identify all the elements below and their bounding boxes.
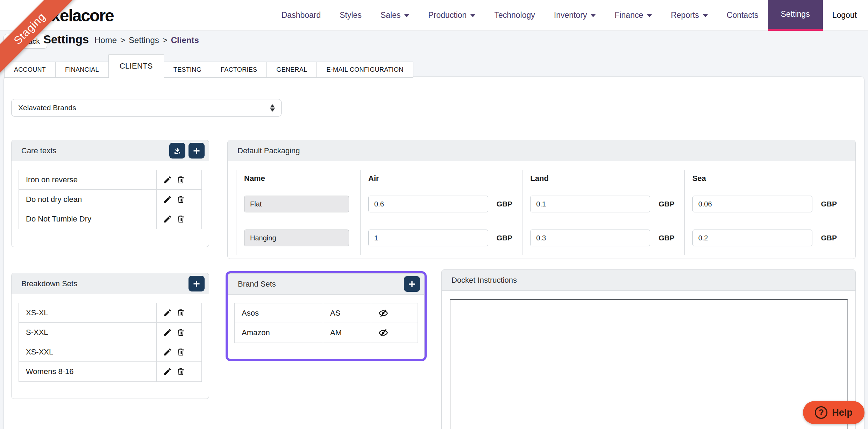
breakdown-sets-table: XS-XL S-XXL XS-XXL <box>19 303 202 382</box>
brand-code: AM <box>323 323 371 343</box>
default-packaging-table: Name Air Land Sea GBP GBP GBP GBP GBP GB… <box>236 170 847 255</box>
column-header-name: Name <box>236 170 361 187</box>
delete-icon[interactable] <box>176 308 185 317</box>
breakdown-sets-panel: Breakdown Sets XS-XL S-XXL <box>11 273 209 399</box>
tab-financial[interactable]: FINANCIAL <box>55 62 109 78</box>
delete-icon[interactable] <box>176 347 185 357</box>
page-title: Settings <box>43 33 89 46</box>
table-row: Womens 8-16 <box>19 362 201 381</box>
question-circle-icon: ? <box>815 406 827 419</box>
care-text-label: Do not dry clean <box>19 190 157 209</box>
breakdown-set-label: S-XXL <box>19 323 157 342</box>
nav-item-dashboard[interactable]: Dashboard <box>272 0 330 31</box>
brand-sets-add-button[interactable] <box>404 276 420 292</box>
default-packaging-panel: Default Packaging Name Air Land Sea GBP … <box>227 140 856 259</box>
edit-icon[interactable] <box>163 175 172 184</box>
nav-item-technology[interactable]: Technology <box>485 0 544 31</box>
care-texts-header: Care texts <box>12 140 209 161</box>
chevron-down-icon <box>470 14 475 17</box>
edit-icon[interactable] <box>163 215 172 224</box>
brand-sets-panel: Brand Sets Asos AS Amazon AM <box>228 273 425 359</box>
nav-item-reports[interactable]: Reports <box>661 0 717 31</box>
nav-item-inventory[interactable]: Inventory <box>545 0 605 31</box>
table-row: Iron on reverse <box>19 170 201 190</box>
nav-item-finance[interactable]: Finance <box>605 0 661 31</box>
currency-label: GBP <box>497 200 513 208</box>
breadcrumb-separator: > <box>163 35 168 45</box>
care-texts-add-button[interactable] <box>188 143 205 159</box>
edit-icon[interactable] <box>163 347 172 357</box>
brand-sets-table: Asos AS Amazon AM <box>234 303 418 343</box>
breakdown-sets-title: Breakdown Sets <box>21 279 77 288</box>
table-row: GBP GBP GBP <box>236 221 847 255</box>
packaging-land-field[interactable] <box>530 196 650 212</box>
breadcrumb-settings[interactable]: Settings <box>129 35 159 45</box>
select-arrows-icon <box>270 104 275 112</box>
help-button[interactable]: ? Help <box>803 401 865 424</box>
nav-item-sales[interactable]: Sales <box>371 0 419 31</box>
edit-icon[interactable] <box>163 367 172 376</box>
currency-label: GBP <box>821 200 837 208</box>
table-row: Asos AS <box>235 303 418 323</box>
packaging-land-field[interactable] <box>530 230 650 246</box>
delete-icon[interactable] <box>176 215 185 224</box>
edit-icon[interactable] <box>163 195 172 204</box>
breakdown-set-label: XS-XL <box>19 303 157 322</box>
chevron-down-icon <box>647 14 652 17</box>
brand-sets-header: Brand Sets <box>228 274 424 295</box>
nav-item-contacts[interactable]: Contacts <box>717 0 768 31</box>
tab-clients[interactable]: CLIENTS <box>108 54 164 78</box>
packaging-air-field[interactable] <box>368 230 488 246</box>
download-icon <box>173 147 182 155</box>
table-row: GBP GBP GBP <box>236 187 847 221</box>
default-packaging-title: Default Packaging <box>237 146 300 155</box>
delete-icon[interactable] <box>176 175 185 184</box>
care-texts-import-button[interactable] <box>169 143 185 159</box>
packaging-name-field <box>244 230 349 246</box>
packaging-air-field[interactable] <box>368 196 488 212</box>
column-header-air: Air <box>361 170 522 187</box>
plus-icon <box>192 147 201 155</box>
packaging-sea-field[interactable] <box>692 230 813 246</box>
plus-icon <box>192 280 201 288</box>
brand-name: Asos <box>235 303 323 323</box>
packaging-sea-field[interactable] <box>692 196 813 212</box>
currency-label: GBP <box>821 234 837 242</box>
nav-item-styles[interactable]: Styles <box>330 0 371 31</box>
care-text-label: Iron on reverse <box>19 170 157 189</box>
table-row: XS-XXL <box>19 342 201 362</box>
tab-factories[interactable]: FACTORIES <box>211 62 267 78</box>
client-select[interactable]: Xelavated Brands <box>11 99 282 117</box>
eye-slash-icon[interactable] <box>378 328 389 338</box>
nav-item-logout[interactable]: Logout <box>823 0 868 31</box>
chevron-down-icon <box>404 14 409 17</box>
brand-code: AS <box>323 303 371 323</box>
table-row: Do Not Tumble Dry <box>19 209 201 229</box>
tab-testing[interactable]: TESTING <box>164 62 211 78</box>
delete-icon[interactable] <box>176 367 185 376</box>
client-select-value: Xelavated Brands <box>18 104 76 112</box>
nav-item-settings[interactable]: Settings <box>768 0 823 31</box>
chevron-down-icon <box>591 14 596 17</box>
column-header-land: Land <box>522 170 684 187</box>
edit-icon[interactable] <box>163 328 172 337</box>
eye-slash-icon[interactable] <box>378 308 389 318</box>
delete-icon[interactable] <box>176 195 185 204</box>
docket-instructions-textarea[interactable] <box>450 299 848 429</box>
docket-instructions-header: Docket Instructions <box>442 270 855 291</box>
nav-items: Dashboard Styles Sales Production Techno… <box>272 0 868 31</box>
tab-general[interactable]: GENERAL <box>266 62 317 78</box>
delete-icon[interactable] <box>176 328 185 337</box>
care-texts-panel: Care texts Iron on reverse Do not dry cl… <box>11 140 209 247</box>
breakdown-sets-add-button[interactable] <box>188 276 205 291</box>
tab-account[interactable]: ACCOUNT <box>4 62 56 78</box>
edit-icon[interactable] <box>163 308 172 317</box>
column-header-sea: Sea <box>685 170 847 187</box>
tab-email-configuration[interactable]: E-MAIL CONFIGURATION <box>316 62 413 78</box>
breadcrumb-home[interactable]: Home <box>94 35 117 45</box>
table-header-row: Name Air Land Sea <box>236 170 847 187</box>
breadcrumb-clients: Clients <box>171 35 199 45</box>
table-row: Do not dry clean <box>19 190 201 209</box>
care-texts-title: Care texts <box>21 146 56 155</box>
nav-item-production[interactable]: Production <box>419 0 485 31</box>
